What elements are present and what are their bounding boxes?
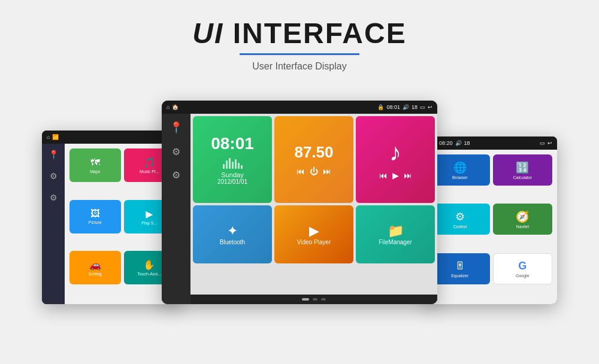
center-sliders-icon[interactable]: ⚙ <box>172 146 180 157</box>
right-screen: 🔒 08:20 🔊 18 ▭ ↩ 🌐 Browser � <box>425 136 557 304</box>
calculator-icon: 🔢 <box>516 161 529 174</box>
browser-icon: 🌐 <box>453 161 467 174</box>
control-icon: ⚙ <box>455 210 465 223</box>
rect-icon: ▭ <box>420 104 425 110</box>
center-body: 📍 ⚙ ⚙ 08:01 <box>162 114 437 304</box>
browser-label: Browser <box>452 175 468 180</box>
music-note-icon: ♪ <box>389 139 401 166</box>
signal-icon-c: 18 <box>412 104 418 110</box>
dot-3[interactable] <box>321 298 326 301</box>
gear-icon[interactable]: ⚙ <box>50 193 58 202</box>
radio-controls: ⏮ ⏻ ⏭ <box>297 166 331 176</box>
navitel-tile[interactable]: 🧭 Navitel <box>493 204 553 235</box>
radio-tile[interactable]: 87.50 ⏮ ⏻ ⏭ <box>274 116 353 203</box>
radio-prev-icon[interactable]: ⏮ <box>297 166 305 176</box>
maps-tile[interactable]: 🗺 Maps <box>69 148 121 182</box>
browser-tile[interactable]: 🌐 Browser <box>430 154 490 186</box>
page-title: UI INTERFACE <box>192 17 406 50</box>
waveform-bar <box>229 158 231 169</box>
home-icon-c: ⌂ <box>167 104 170 110</box>
music-icon: 🎵 <box>143 157 155 168</box>
navitel-label: Navitel <box>516 225 529 229</box>
center-screen: ⌂ 🏠 🔒 08:01 🔊 18 ▭ ↩ 📍 ⚙ ⚙ <box>162 101 437 304</box>
music-controls: ⏮ ▶ ⏭ <box>379 171 412 180</box>
lock-icon: 🔒 <box>377 104 384 110</box>
music-tile-center[interactable]: ♪ ⏮ ▶ ⏭ <box>356 116 435 203</box>
left-status-bar: ⌂ 📶 🔋 <box>42 131 180 144</box>
files-label: FileManager <box>379 239 412 245</box>
back-icon: ↩ <box>428 104 432 110</box>
waveform-bar <box>235 159 237 169</box>
right-app-grid: 🌐 Browser 🔢 Calculator ⚙ Control 🧭 Navit… <box>425 150 557 304</box>
radio-frequency: 87.50 <box>294 143 333 162</box>
volume-icon: 🔊 <box>403 104 409 110</box>
main-app-grid: 08:01 Sunday 2012/01/01 <box>190 114 437 295</box>
radio-power-icon[interactable]: ⏻ <box>310 166 318 176</box>
center-time: 08:01 <box>386 104 400 110</box>
music-prev-icon[interactable]: ⏮ <box>379 171 388 180</box>
sliders-icon[interactable]: ⚙ <box>50 171 58 181</box>
screens-container: ⌂ 📶 🔋 📍 ⚙ ⚙ 🗺 Maps <box>30 89 569 304</box>
right-volume-icon: 🔊 <box>455 140 462 146</box>
title-interface: INTERFACE <box>233 17 407 49</box>
waveform-bar <box>223 164 225 169</box>
radio-next-icon[interactable]: ⏭ <box>323 166 331 176</box>
dot-2[interactable] <box>313 298 317 301</box>
navitel-icon: 🧭 <box>516 210 529 223</box>
equalizer-label: Equalizer <box>451 274 468 278</box>
setting-tile[interactable]: 🚗 Setting <box>69 251 121 284</box>
files-icon: 📁 <box>388 223 404 239</box>
right-battery: 18 <box>464 140 470 146</box>
header-subtitle: User Interface Display <box>192 61 406 72</box>
signal-icon: 📶 <box>52 134 59 140</box>
files-tile[interactable]: 📁 FileManager <box>356 205 435 263</box>
title-ui: UI <box>192 17 223 49</box>
dot-1[interactable] <box>302 298 309 301</box>
waveform-bar <box>238 163 240 169</box>
header: UI INTERFACE User Interface Display <box>192 0 406 72</box>
title-underline <box>240 53 359 55</box>
video-label: Video Player <box>297 239 331 245</box>
right-time: 08:20 <box>439 140 453 146</box>
right-rect-icon: ▭ <box>540 140 545 146</box>
control-label: Control <box>453 225 467 229</box>
video-tile[interactable]: ▶ Video Player <box>274 205 353 263</box>
clock-time: 08:01 <box>211 134 254 153</box>
calculator-tile[interactable]: 🔢 Calculator <box>493 154 553 186</box>
left-screen: ⌂ 📶 🔋 📍 ⚙ ⚙ 🗺 Maps <box>42 131 180 304</box>
control-tile[interactable]: ⚙ Control <box>430 204 490 235</box>
house-icon-c: 🏠 <box>172 104 179 110</box>
center-gear-icon[interactable]: ⚙ <box>172 169 180 181</box>
bluetooth-tile[interactable]: ✦ Bluetooth <box>193 205 272 263</box>
bluetooth-icon: ✦ <box>227 223 238 239</box>
setting-icon: 🚗 <box>89 259 101 271</box>
center-location-icon[interactable]: 📍 <box>170 121 183 134</box>
clock-waveform <box>223 157 243 169</box>
location-icon[interactable]: 📍 <box>49 150 59 159</box>
maps-icon: 🗺 <box>90 157 100 168</box>
waveform-bar <box>241 165 243 169</box>
music-play-icon[interactable]: ▶ <box>392 171 399 180</box>
bluetooth-label: Bluetooth <box>220 239 245 245</box>
home-icon: ⌂ <box>47 134 50 140</box>
center-sidebar: 📍 ⚙ ⚙ <box>162 114 190 304</box>
right-status-bar: 🔒 08:20 🔊 18 ▭ ↩ <box>425 136 557 150</box>
waveform-bar <box>226 160 228 169</box>
clock-tile[interactable]: 08:01 Sunday 2012/01/01 <box>193 116 272 203</box>
calculator-label: Calculator <box>513 175 532 180</box>
equalizer-icon: 🎚 <box>455 260 465 272</box>
page-dots <box>190 295 437 304</box>
google-icon: G <box>518 260 527 272</box>
waveform-bar <box>232 162 234 169</box>
google-tile[interactable]: G Google <box>493 253 553 284</box>
equalizer-tile[interactable]: 🎚 Equalizer <box>430 253 490 284</box>
touch-icon: ✋ <box>143 259 155 271</box>
clock-date: 2012/01/01 <box>217 178 247 185</box>
play-icon: ▶ <box>146 208 153 220</box>
google-label: Google <box>516 274 530 278</box>
center-status-bar: ⌂ 🏠 🔒 08:01 🔊 18 ▭ ↩ <box>162 101 437 114</box>
picture-tile[interactable]: 🖼 Picture <box>69 200 121 233</box>
picture-icon: 🖼 <box>90 208 100 219</box>
music-next-icon[interactable]: ⏭ <box>404 171 412 180</box>
video-icon: ▶ <box>309 223 319 239</box>
